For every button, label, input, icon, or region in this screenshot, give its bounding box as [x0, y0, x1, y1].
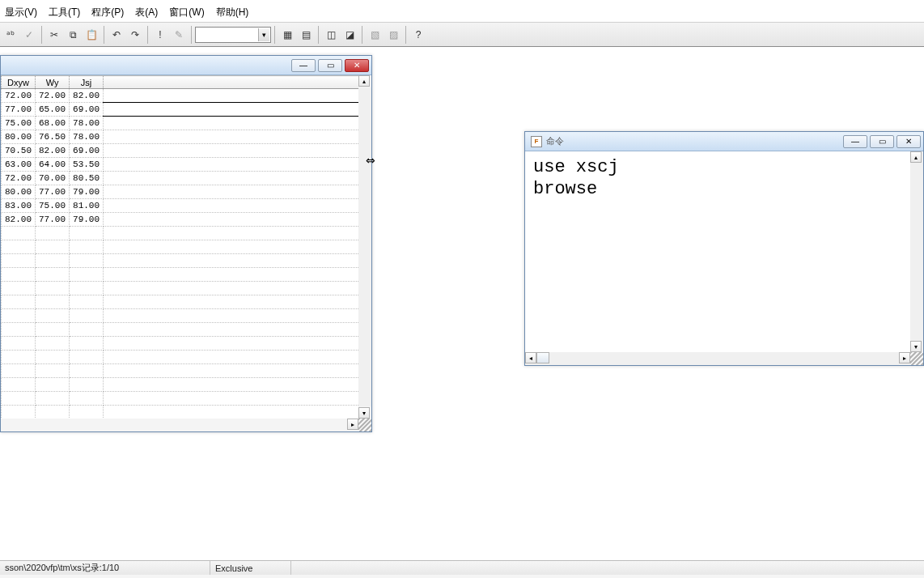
cell[interactable]	[36, 323, 70, 337]
database-combo[interactable]: ▾	[195, 27, 271, 43]
cell-empty[interactable]	[104, 199, 371, 213]
cell-empty[interactable]	[104, 144, 371, 158]
cell[interactable]: 69.00	[70, 144, 104, 158]
cell[interactable]: 65.00	[36, 103, 70, 117]
cell[interactable]	[36, 240, 70, 254]
cell[interactable]	[70, 406, 104, 419]
table-row[interactable]	[2, 240, 371, 254]
cell-empty[interactable]	[104, 364, 371, 378]
scroll-thumb[interactable]	[536, 352, 549, 363]
cell[interactable]	[70, 323, 104, 337]
table-row[interactable]: 72.0070.0080.50	[2, 172, 371, 185]
run-icon[interactable]: !	[151, 26, 169, 44]
cell-empty[interactable]	[104, 309, 371, 323]
table-row[interactable]	[2, 227, 371, 240]
scroll-down-icon[interactable]: ▾	[910, 341, 922, 352]
cell-empty[interactable]	[104, 240, 371, 254]
cell[interactable]	[70, 282, 104, 295]
cell-empty[interactable]	[104, 351, 371, 364]
cell[interactable]	[36, 295, 70, 309]
scroll-right-icon[interactable]: ▸	[347, 419, 358, 430]
autoreport-icon[interactable]: ◪	[341, 26, 358, 44]
scroll-left-icon[interactable]: ◂	[525, 352, 536, 363]
cell[interactable]: 70.00	[36, 172, 70, 185]
maximize-button[interactable]: ▭	[318, 59, 342, 72]
menu-program[interactable]: 程序(P)	[90, 6, 125, 19]
cell[interactable]	[2, 282, 36, 295]
cell[interactable]	[70, 227, 104, 240]
table-row[interactable]	[2, 337, 371, 351]
paste-icon[interactable]: 📋	[83, 26, 100, 44]
cell[interactable]	[2, 351, 36, 364]
table-row[interactable]: 82.0077.0079.00	[2, 213, 371, 227]
cell[interactable]	[36, 227, 70, 240]
cell-empty[interactable]	[104, 392, 371, 406]
table-row[interactable]	[2, 364, 371, 378]
cell[interactable]	[70, 364, 104, 378]
cell[interactable]: 72.00	[2, 89, 36, 103]
autoform-icon[interactable]: ◫	[322, 26, 340, 44]
cell[interactable]	[36, 392, 70, 406]
cell[interactable]: 75.00	[36, 199, 70, 213]
menu-table[interactable]: 表(A)	[134, 6, 159, 19]
cell-empty[interactable]	[104, 254, 371, 268]
cell[interactable]: 75.00	[2, 117, 36, 130]
close-button[interactable]: ✕	[896, 135, 921, 148]
minimize-button[interactable]: —	[843, 135, 867, 148]
cell[interactable]	[2, 378, 36, 392]
cell[interactable]	[2, 268, 36, 282]
table-row[interactable]	[2, 295, 371, 309]
cell[interactable]	[70, 392, 104, 406]
browse-titlebar[interactable]: — ▭ ✕	[1, 56, 371, 75]
table-row[interactable]: 75.0068.0078.00	[2, 117, 371, 130]
cell[interactable]: 78.00	[70, 130, 104, 144]
cell[interactable]	[36, 254, 70, 268]
cell[interactable]: 63.00	[2, 158, 36, 172]
table-row[interactable]	[2, 351, 371, 364]
cell[interactable]	[36, 268, 70, 282]
cell[interactable]	[36, 351, 70, 364]
scroll-track[interactable]	[358, 87, 371, 406]
close-button[interactable]: ✕	[345, 59, 369, 72]
cell-empty[interactable]	[104, 268, 371, 282]
table-row[interactable]	[2, 378, 371, 392]
resize-grip[interactable]	[358, 419, 371, 431]
table-row[interactable]	[2, 268, 371, 282]
cell[interactable]	[2, 227, 36, 240]
cell-empty[interactable]	[104, 406, 371, 419]
table-row[interactable]	[2, 392, 371, 406]
form-icon[interactable]: ▦	[278, 26, 296, 44]
table-row[interactable]	[2, 406, 371, 419]
modify-icon[interactable]: ✎	[170, 26, 188, 44]
cell-empty[interactable]	[104, 282, 371, 295]
cell[interactable]	[2, 337, 36, 351]
horizontal-scrollbar[interactable]: ▸	[1, 419, 358, 431]
cell[interactable]	[36, 378, 70, 392]
cell[interactable]	[36, 337, 70, 351]
cell[interactable]: 79.00	[70, 185, 104, 199]
cell[interactable]	[70, 295, 104, 309]
cell[interactable]: 76.50	[36, 130, 70, 144]
menu-window[interactable]: 窗口(W)	[167, 6, 206, 19]
scroll-down-icon[interactable]: ▾	[358, 407, 370, 419]
col-header-wy[interactable]: Wy	[36, 76, 70, 89]
cell-empty[interactable]	[104, 323, 371, 337]
cell[interactable]: 80.00	[2, 130, 36, 144]
cell-empty[interactable]	[104, 295, 371, 309]
cell[interactable]	[2, 295, 36, 309]
cell[interactable]	[2, 406, 36, 419]
table-row[interactable]: 63.0064.0053.50	[2, 158, 371, 172]
table-row[interactable]	[2, 282, 371, 295]
cell[interactable]	[2, 309, 36, 323]
cell[interactable]: 72.00	[36, 89, 70, 103]
cell[interactable]: 77.00	[2, 103, 36, 117]
dropdown-icon[interactable]: ▾	[258, 28, 269, 41]
cell[interactable]	[70, 268, 104, 282]
cell[interactable]	[2, 240, 36, 254]
cell[interactable]	[2, 364, 36, 378]
cell-empty[interactable]	[104, 117, 371, 130]
cut-icon[interactable]: ✂	[45, 26, 63, 44]
scroll-up-icon[interactable]: ▴	[910, 151, 922, 163]
cell[interactable]: 83.00	[2, 199, 36, 213]
cell-empty[interactable]	[104, 185, 371, 199]
